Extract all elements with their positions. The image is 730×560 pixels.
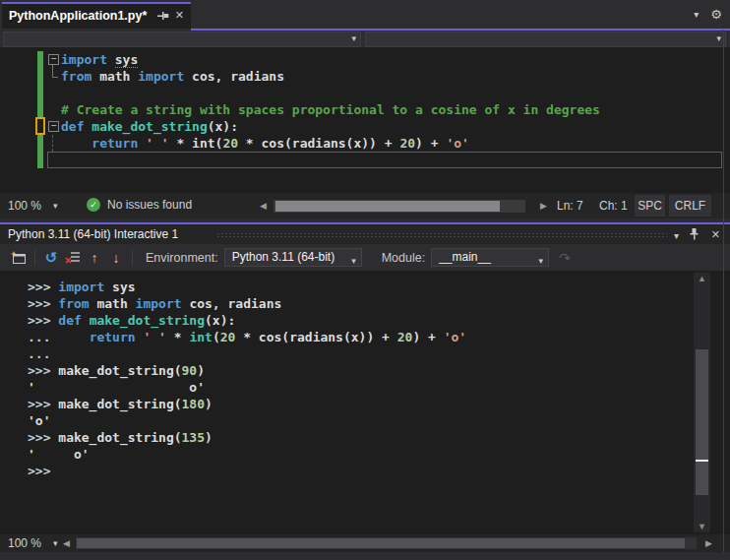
- module-dropdown[interactable]: __main__ ▾: [431, 248, 549, 267]
- caret-position-marker: [696, 460, 708, 462]
- environment-dropdown[interactable]: Python 3.11 (64-bit) ▾: [224, 248, 362, 267]
- repl-vertical-scrollbar[interactable]: ▲ ▼: [694, 273, 710, 532]
- toolbar-separator: [34, 250, 35, 266]
- outline-collapse-icon[interactable]: −: [48, 121, 59, 132]
- code-line: −import sys: [0, 51, 730, 68]
- health-indicator[interactable]: ✓ No issues found: [87, 198, 192, 212]
- token-num: 135: [182, 430, 205, 445]
- token-pl: math: [90, 296, 136, 311]
- code-line: [0, 85, 730, 101]
- scrollbar-track[interactable]: [76, 537, 697, 549]
- token-pr: ...: [28, 346, 50, 361]
- zoom-level[interactable]: 100 %: [8, 199, 41, 213]
- token-kw: return: [90, 330, 136, 344]
- zoom-caret-icon[interactable]: ▾: [53, 538, 58, 548]
- token-pr: >>>: [28, 280, 58, 294]
- token-kw: return: [91, 136, 138, 151]
- close-icon[interactable]: ✕: [711, 228, 720, 241]
- navbar-types-dropdown[interactable]: ▾: [3, 31, 361, 47]
- scroll-right-icon[interactable]: ▶: [705, 538, 712, 548]
- line-indicator: Ln: 7: [557, 199, 583, 213]
- title-bar-grip[interactable]: [216, 232, 667, 238]
- token-pl: 'o': [28, 413, 50, 428]
- module-value: __main__: [439, 250, 491, 264]
- code-text: return ' ' * int(20 * cos(radians(x)) + …: [61, 135, 469, 152]
- scroll-down-icon[interactable]: ▼: [694, 522, 710, 531]
- interactive-status-bar: 100 % ▾ ◀ ▶: [0, 534, 730, 552]
- token-pl: ): [205, 430, 213, 445]
- code-editor[interactable]: −import sysfrom math import cos, radians…: [0, 47, 730, 193]
- scrollbar-track[interactable]: [274, 200, 525, 213]
- chevron-down-icon[interactable]: ▾: [716, 33, 721, 43]
- scroll-right-icon[interactable]: ▶: [540, 201, 547, 211]
- token-pl: math: [91, 69, 138, 84]
- token-str: ' ': [143, 330, 165, 344]
- gear-icon[interactable]: ⚙: [710, 8, 722, 21]
- interactive-toolbar: ↺ ↑ ↓ Environment: Python 3.11 (64-bit) …: [0, 244, 730, 271]
- token-pl: ' o': [28, 447, 90, 462]
- history-next-button[interactable]: ↓: [105, 248, 127, 268]
- chevron-down-icon[interactable]: ▾: [351, 33, 356, 43]
- outline-marker: [48, 68, 61, 85]
- token-pl-sq: sys: [115, 52, 138, 68]
- document-list-caret-icon[interactable]: ▾: [694, 9, 699, 20]
- token-pr: ...: [28, 330, 58, 344]
- history-previous-button[interactable]: ↑: [84, 248, 105, 268]
- code-text: def make_dot_string(x):: [61, 118, 238, 135]
- eol-mode[interactable]: CRLF: [669, 195, 711, 217]
- outline-marker: [48, 101, 61, 118]
- column-indicator: Ch: 1: [599, 199, 628, 213]
- scrollbar-thumb[interactable]: [275, 201, 500, 212]
- code-text: >>> make_dot_string(90): [28, 362, 205, 379]
- code-line: >>> make_dot_string(135): [28, 429, 730, 446]
- reset-repl-button[interactable]: ↺: [40, 248, 62, 268]
- code-text: ...: [28, 345, 50, 362]
- code-text: >>>: [28, 463, 50, 479]
- token-num: 90: [182, 363, 198, 378]
- token-num: 20: [397, 330, 413, 344]
- token-kw: def: [58, 313, 81, 328]
- outline-marker: [48, 85, 61, 101]
- interactive-window-title-bar[interactable]: Python 3.11 (64-bit) Interactive 1 ▾ ✕: [0, 224, 730, 244]
- navbar-members-dropdown[interactable]: ▾: [365, 31, 726, 47]
- visual-studio-window: PythonApplication1.py* ✕ ▾ ⚙ ▾ ▾ −import…: [0, 0, 730, 560]
- token-kw: import: [58, 280, 104, 294]
- editor-horizontal-scrollbar[interactable]: ◀ ▶: [260, 200, 547, 213]
- new-interactive-window-button[interactable]: [8, 248, 30, 268]
- code-text: ' o': [28, 446, 90, 463]
- scroll-up-icon[interactable]: ▲: [694, 274, 710, 283]
- scroll-left-icon[interactable]: ◀: [63, 538, 70, 548]
- code-line: return ' ' * int(20 * cos(radians(x)) + …: [0, 135, 730, 152]
- clear-screen-button[interactable]: [62, 248, 84, 268]
- close-tab-icon[interactable]: ✕: [175, 10, 184, 21]
- token-pl: sys: [104, 280, 135, 294]
- zoom-level[interactable]: 100 %: [8, 536, 41, 550]
- token-pl: make_dot_string(: [58, 397, 181, 411]
- token-kw: import: [138, 69, 184, 84]
- code-line: >>>: [28, 463, 730, 479]
- code-text: import sys: [61, 51, 138, 68]
- code-line: 'o': [28, 412, 730, 429]
- pin-tab-icon[interactable]: [157, 10, 168, 22]
- zoom-caret-icon[interactable]: ▾: [53, 201, 58, 211]
- pin-icon[interactable]: [689, 228, 700, 243]
- outline-collapse-icon[interactable]: −: [48, 54, 59, 65]
- code-line: >>> from math import cos, radians: [28, 295, 730, 312]
- token-pl: * int(: [169, 136, 223, 151]
- window-menu-caret-icon[interactable]: ▾: [674, 230, 679, 241]
- tab-pythonapplication1[interactable]: PythonApplication1.py* ✕: [2, 2, 191, 29]
- token-pl: [138, 136, 146, 151]
- module-label: Module:: [382, 251, 425, 265]
- scroll-left-icon[interactable]: ◀: [260, 201, 267, 211]
- code-text: >>> make_dot_string(135): [28, 429, 213, 446]
- interactive-repl[interactable]: >>> import sys>>> from math import cos, …: [0, 271, 730, 534]
- code-text: >>> import sys: [28, 279, 136, 295]
- scrollbar-thumb[interactable]: [77, 538, 685, 548]
- code-text: ' o': [28, 379, 205, 396]
- indent-mode[interactable]: SPC: [635, 195, 665, 217]
- code-text: >>> make_dot_string(180): [28, 396, 213, 412]
- scrollbar-thumb[interactable]: [696, 349, 708, 495]
- code-text: from math import cos, radians: [61, 68, 284, 85]
- repl-horizontal-scrollbar[interactable]: ◀ ▶: [63, 537, 716, 549]
- code-line: >>> def make_dot_string(x):: [28, 312, 730, 329]
